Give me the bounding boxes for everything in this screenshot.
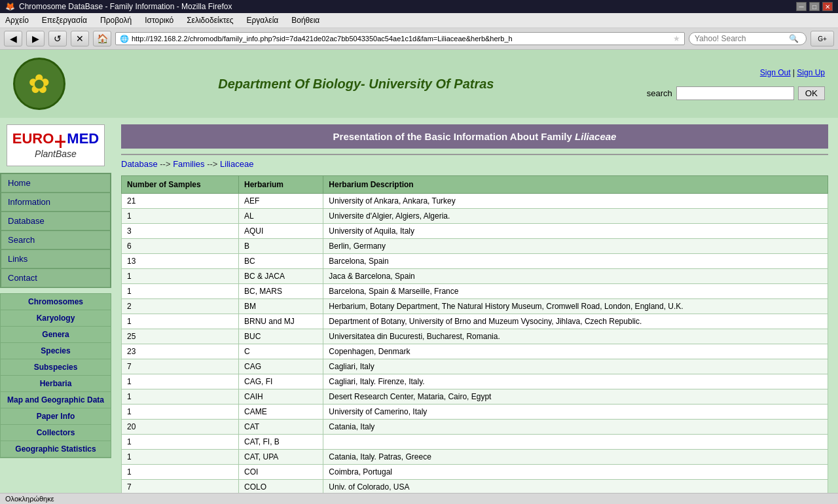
menu-help[interactable]: Βοήθεια xyxy=(289,14,322,26)
sign-out-link[interactable]: Sign Out xyxy=(760,68,791,77)
submenu-map-geographic[interactable]: Map and Geographic Data xyxy=(1,392,111,408)
cell-description: Universite d'Algier, Algiers, Algeria. xyxy=(323,209,828,224)
star-icon[interactable]: ★ xyxy=(673,34,680,43)
minimize-button[interactable]: ─ xyxy=(796,2,807,11)
cell-samples: 1 xyxy=(122,389,239,405)
cell-herbarium: CAT, UPA xyxy=(239,450,323,465)
herbarium-table: Number of Samples Herbarium Herbarium De… xyxy=(121,175,828,504)
menu-history[interactable]: Ιστορικό xyxy=(142,14,176,26)
sidebar-item-home[interactable]: Home xyxy=(1,173,111,192)
sign-up-link[interactable]: Sign Up xyxy=(797,68,825,77)
cell-description: University of Aquila, Italy xyxy=(323,224,828,239)
url-input[interactable] xyxy=(132,35,670,43)
content-area: Presentation of the Basic Information Ab… xyxy=(111,118,838,504)
menu-file[interactable]: Αρχείο xyxy=(3,14,31,26)
cell-herbarium: CAT xyxy=(239,420,323,435)
euro-text: EURO xyxy=(12,132,54,146)
cell-samples: 1 xyxy=(122,405,239,420)
breadcrumb-current[interactable]: Liliaceae xyxy=(220,159,253,169)
cell-samples: 23 xyxy=(122,344,239,359)
submenu-paper-info[interactable]: Paper Info xyxy=(1,408,111,425)
menu-tools[interactable]: Εργαλεία xyxy=(244,14,282,26)
refresh-button[interactable]: ↺ xyxy=(48,31,67,46)
maximize-button[interactable]: □ xyxy=(809,2,820,11)
sidebar-item-contact[interactable]: Contact xyxy=(1,268,111,287)
browser-menubar: Αρχείο Επεξεργασία Προβολή Ιστορικό Σελι… xyxy=(0,13,838,28)
site-logo: ✿ xyxy=(13,58,65,110)
family-name: Liliaceae xyxy=(575,131,616,142)
cell-description: University of Camerino, Italy xyxy=(323,405,828,420)
sidebar-item-search[interactable]: Search xyxy=(1,230,111,249)
main-layout: EURO MED PlantBase Home Information Data… xyxy=(0,118,838,504)
auth-links: Sign Out | Sign Up xyxy=(760,68,825,77)
submenu-herbaria[interactable]: Herbaria xyxy=(1,376,111,392)
cell-samples: 1 xyxy=(122,450,239,465)
cell-herbarium: AL xyxy=(239,209,323,224)
header-right: Sign Out | Sign Up search OK xyxy=(647,68,825,100)
submenu-genera[interactable]: Genera xyxy=(1,327,111,343)
cell-description: Desert Research Center, Mataria, Cairo, … xyxy=(323,389,828,405)
sidebar-item-database[interactable]: Database xyxy=(1,211,111,230)
forward-button[interactable]: ▶ xyxy=(26,31,45,46)
cell-samples: 20 xyxy=(122,420,239,435)
close-button[interactable]: ✕ xyxy=(822,2,833,11)
sidebar-item-links[interactable]: Links xyxy=(1,249,111,268)
page-title-bar: Presentation of the Basic Information Ab… xyxy=(121,124,828,149)
table-row: 1CAG, FICagliari, Italy. Firenze, Italy. xyxy=(122,374,828,389)
breadcrumb-database[interactable]: Database xyxy=(121,159,158,169)
menu-bookmarks[interactable]: Σελιδοδείκτες xyxy=(184,14,236,26)
submenu-karyology[interactable]: Karyology xyxy=(1,310,111,327)
back-button[interactable]: ◀ xyxy=(4,31,22,46)
cell-description: Copenhagen, Denmark xyxy=(323,344,828,359)
col-header-description: Herbarium Description xyxy=(323,176,828,194)
table-row: 21AEFUniversity of Ankara, Ankara, Turke… xyxy=(122,194,828,209)
home-nav-button[interactable]: 🏠 xyxy=(93,31,111,46)
table-row: 1CAMEUniversity of Camerino, Italy xyxy=(122,405,828,420)
table-row: 1ALUniversite d'Algier, Algiers, Algeria… xyxy=(122,209,828,224)
submenu-subspecies[interactable]: Subspecies xyxy=(1,359,111,376)
cell-description: Barcelona, Spain xyxy=(323,254,828,269)
cell-samples: 25 xyxy=(122,329,239,344)
submenu-chromosomes[interactable]: Chromosomes xyxy=(1,294,111,310)
table-row: 1BC, MARSBarcelona, Spain & Marseille, F… xyxy=(122,284,828,299)
search-ok-button[interactable]: OK xyxy=(798,86,825,100)
browser-search-input[interactable] xyxy=(695,34,786,43)
cell-herbarium: CAG, FI xyxy=(239,374,323,389)
menu-edit[interactable]: Επεξεργασία xyxy=(39,14,90,26)
page-header: ✿ Department Of Biology- University Of P… xyxy=(0,50,838,118)
stop-button[interactable]: ✕ xyxy=(71,31,89,46)
cell-samples: 1 xyxy=(122,269,239,284)
cell-herbarium: CAME xyxy=(239,405,323,420)
submenu-collectors[interactable]: Collectors xyxy=(1,425,111,441)
status-text: Ολοκληρώθηκε xyxy=(5,495,54,503)
cell-samples: 1 xyxy=(122,374,239,389)
table-row: 25BUCUniversitatea din Bucuresti, Buchar… xyxy=(122,329,828,344)
sidebar-item-information[interactable]: Information xyxy=(1,192,111,211)
address-bar[interactable]: 🌐 ★ xyxy=(115,32,685,45)
cell-herbarium: COI xyxy=(239,465,323,480)
search-input[interactable] xyxy=(676,86,794,100)
browser-search-bar[interactable]: 🔍 xyxy=(689,32,807,45)
menu-view[interactable]: Προβολή xyxy=(98,14,134,26)
table-row: 23CCopenhagen, Denmark xyxy=(122,344,828,359)
cell-description: Coimbra, Portugal xyxy=(323,465,828,480)
submenu-species[interactable]: Species xyxy=(1,343,111,359)
statusbar: Ολοκληρώθηκε xyxy=(0,493,838,504)
cell-samples: 1 xyxy=(122,465,239,480)
submenu-geographic-stats[interactable]: Geographic Statistics xyxy=(1,441,111,458)
breadcrumb-families[interactable]: Families xyxy=(173,159,204,169)
sub-menu: Chromosomes Karyology Genera Species Sub… xyxy=(0,293,111,458)
cell-description xyxy=(323,435,828,450)
cell-description: Barcelona, Spain & Marseille, France xyxy=(323,284,828,299)
search-icon[interactable]: 🔍 xyxy=(789,34,799,43)
cell-description: Department of Botany, University of Brno… xyxy=(323,314,828,329)
addon-button[interactable]: G+ xyxy=(811,31,834,46)
table-row: 1BC & JACAJaca & Barcelona, Spain xyxy=(122,269,828,284)
cell-description: Cagliari, Italy. Firenze, Italy. xyxy=(323,374,828,389)
col-header-samples: Number of Samples xyxy=(122,176,239,194)
cell-description: Herbarium, Botany Department, The Natura… xyxy=(323,299,828,314)
cell-herbarium: CAIH xyxy=(239,389,323,405)
table-row: 20CATCatania, Italy xyxy=(122,420,828,435)
page-wrapper: ✿ Department Of Biology- University Of P… xyxy=(0,50,838,504)
browser-titlebar: 🦊 Chromosome DataBase - Family Informati… xyxy=(0,0,838,13)
